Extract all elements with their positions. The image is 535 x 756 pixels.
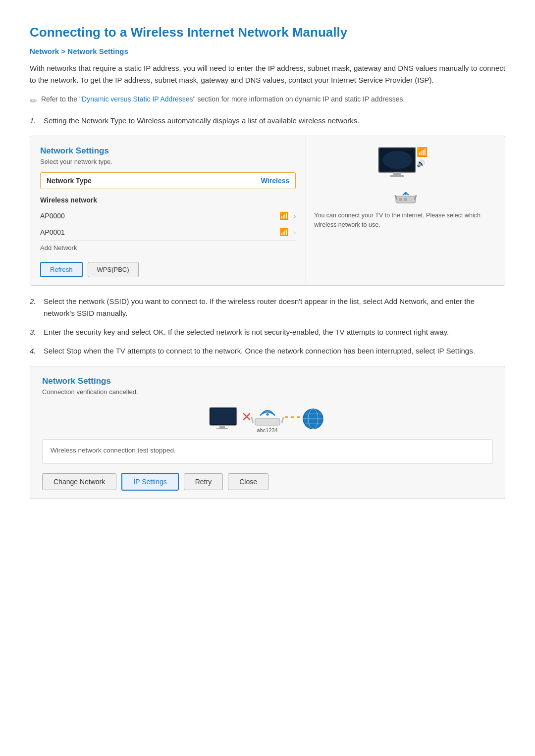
pencil-icon: ✏ xyxy=(30,95,37,108)
network-type-label: Network Type xyxy=(47,177,261,185)
tv-conn-group xyxy=(209,406,243,431)
network-settings-panel-2: Network Settings Connection verification… xyxy=(30,366,505,499)
router-svg xyxy=(394,189,418,205)
wps-button[interactable]: WPS(PBC) xyxy=(88,262,139,277)
svg-rect-9 xyxy=(399,198,402,201)
breadcrumb-part1[interactable]: Network xyxy=(30,47,59,55)
network-item-ap0001[interactable]: AP0001 📶 › xyxy=(40,224,296,241)
dots-connector xyxy=(285,416,300,418)
network-name-label: abc1234 xyxy=(257,427,277,433)
chevron-ap0000: › xyxy=(294,212,296,220)
step-4-text: Select Stop when the TV attempts to conn… xyxy=(44,345,475,357)
svg-rect-1 xyxy=(393,172,401,175)
step1-link1[interactable]: Network Type xyxy=(81,116,126,125)
panel2-title: Network Settings xyxy=(42,376,493,386)
steps-list-2: 2. Select the network (SSID) you want to… xyxy=(30,296,505,357)
panel1-subtitle: Select your network type. xyxy=(40,158,296,165)
svg-rect-17 xyxy=(211,408,236,424)
intro-text: With networks that require a static IP a… xyxy=(30,62,505,86)
wireless-section-title: Wireless network xyxy=(40,196,296,204)
close-button[interactable]: Close xyxy=(228,473,268,490)
ap0000-name: AP0000 xyxy=(40,212,279,220)
router-conn-svg xyxy=(250,404,285,429)
status-box: Wireless network connection test stopped… xyxy=(42,439,493,464)
svg-rect-16 xyxy=(216,428,228,429)
step3-link1[interactable]: OK xyxy=(153,328,164,336)
add-network-item[interactable]: Add Network xyxy=(40,241,296,255)
step-4: 4. Select Stop when the TV attempts to c… xyxy=(30,345,505,357)
step4-link1[interactable]: Stop xyxy=(66,347,82,355)
svg-rect-20 xyxy=(251,417,254,423)
svg-rect-10 xyxy=(404,198,407,201)
steps-list: 1. Setting the Network Type to Wireless … xyxy=(30,115,505,127)
note-box: ✏ Refer to the "Dynamic versus Static IP… xyxy=(30,94,505,108)
step-4-index: 4. xyxy=(30,345,44,357)
breadcrumb: Network > Network Settings xyxy=(30,47,505,55)
panel1-right-description: You can connect your TV to the internet.… xyxy=(314,211,497,230)
refresh-button[interactable]: Refresh xyxy=(40,262,83,277)
step-2-text: Select the network (SSID) you want to co… xyxy=(44,296,505,319)
router-conn-group: abc1234 xyxy=(250,404,285,433)
step-3-index: 3. xyxy=(30,326,44,338)
panel1-right: 📶 🔊 xyxy=(306,136,505,285)
svg-rect-2 xyxy=(390,175,404,177)
step-1-text: Setting the Network Type to Wireless aut… xyxy=(44,115,360,127)
panel2-subtitle: Connection verification cancelled. xyxy=(42,388,493,396)
tv-svg: 📶 🔊 xyxy=(376,145,435,185)
breadcrumb-separator: > xyxy=(61,47,67,55)
note-text: Refer to the "Dynamic versus Static IP A… xyxy=(41,94,405,104)
network-settings-panel-1: Network Settings Select your network typ… xyxy=(30,136,505,286)
network-item-ap0000[interactable]: AP0000 📶 › xyxy=(40,208,296,224)
step-3-text: Enter the security key and select OK. If… xyxy=(44,326,449,338)
note-link[interactable]: Dynamic versus Static IP Addresses xyxy=(82,95,193,103)
panel1-title: Network Settings xyxy=(40,146,296,156)
panel1-buttons: Refresh WPS(PBC) xyxy=(40,262,296,277)
svg-point-18 xyxy=(266,413,268,416)
svg-rect-21 xyxy=(281,417,284,423)
retry-button[interactable]: Retry xyxy=(184,473,223,490)
svg-text:📶: 📶 xyxy=(417,147,428,157)
change-network-button[interactable]: Change Network xyxy=(42,473,116,490)
step2-link1[interactable]: Add Network xyxy=(384,297,427,305)
svg-rect-19 xyxy=(255,418,280,425)
globe-conn-group xyxy=(300,406,327,431)
step-1-index: 1. xyxy=(30,115,44,127)
wifi-icon-ap0001: 📶 xyxy=(279,228,289,237)
step4-link2[interactable]: IP Settings xyxy=(437,347,473,355)
ip-settings-button[interactable]: IP Settings xyxy=(121,473,178,491)
svg-point-7 xyxy=(382,151,412,169)
globe-svg xyxy=(300,406,327,431)
network-type-value: Wireless xyxy=(261,177,289,185)
svg-text:🔊: 🔊 xyxy=(417,159,426,168)
svg-rect-15 xyxy=(219,425,225,428)
tv-illustration: 📶 🔊 xyxy=(376,146,435,183)
step1-link2[interactable]: Wireless xyxy=(137,116,165,125)
page-title: Connecting to a Wireless Internet Networ… xyxy=(30,25,505,40)
ap0001-name: AP0001 xyxy=(40,228,279,236)
step-2: 2. Select the network (SSID) you want to… xyxy=(30,296,505,319)
svg-point-13 xyxy=(405,194,406,195)
panel2-buttons: Change Network IP Settings Retry Close xyxy=(42,473,493,491)
wifi-icon-ap0000: 📶 xyxy=(279,211,289,220)
step-3: 3. Enter the security key and select OK.… xyxy=(30,326,505,338)
connection-diagram: ✕ abc1234 xyxy=(42,404,493,433)
step-1: 1. Setting the Network Type to Wireless … xyxy=(30,115,505,127)
network-type-row[interactable]: Network Type Wireless xyxy=(40,172,296,189)
breadcrumb-part2[interactable]: Network Settings xyxy=(67,47,128,55)
step-2-index: 2. xyxy=(30,296,44,319)
panel1-left: Network Settings Select your network typ… xyxy=(30,136,306,285)
tv-conn-svg xyxy=(209,406,243,431)
chevron-ap0001: › xyxy=(294,229,296,236)
router-area xyxy=(394,189,418,205)
